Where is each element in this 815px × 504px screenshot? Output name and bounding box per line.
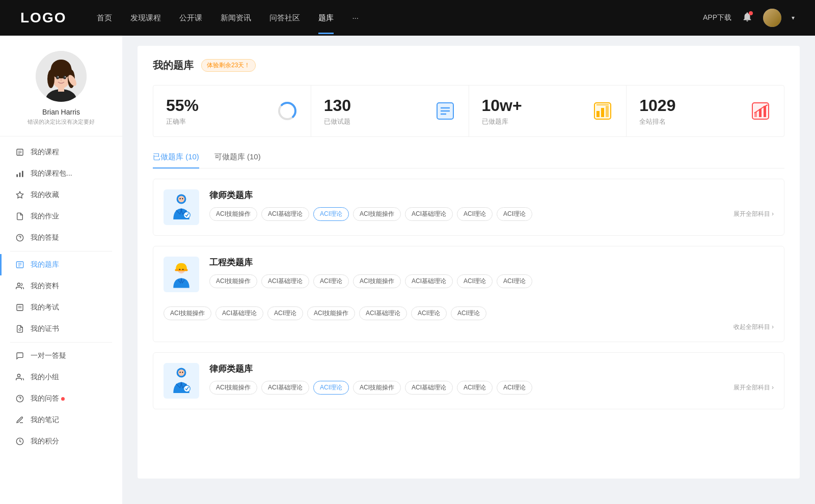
qbank-title-engineer: 工程类题库 — [209, 257, 774, 268]
stat-rank-label: 全站排名 — [639, 117, 742, 126]
sidebar-item-certificate[interactable]: 我的证书 — [0, 318, 122, 340]
tag[interactable]: ACI基础理论 — [261, 381, 309, 395]
svg-rect-19 — [19, 173, 21, 177]
tag[interactable]: ACI理论 — [457, 381, 493, 395]
nav-home[interactable]: 首页 — [97, 13, 112, 23]
tag[interactable]: ACI基础理论 — [405, 274, 453, 288]
tag[interactable]: ACI基础理论 — [359, 306, 407, 320]
svg-point-63 — [179, 269, 180, 270]
points-icon — [15, 437, 24, 446]
nav-news[interactable]: 新闻资讯 — [221, 13, 251, 23]
tag[interactable]: ACI理论 — [451, 306, 486, 320]
svg-rect-47 — [596, 111, 600, 117]
nav-more[interactable]: ··· — [352, 13, 359, 23]
tag[interactable]: ACI技能操作 — [307, 306, 355, 320]
tag[interactable]: ACI理论 — [497, 381, 532, 395]
tag[interactable]: ACI基础理论 — [405, 207, 453, 221]
sidebar-item-course-pack[interactable]: 我的课程包... — [0, 163, 122, 184]
svg-point-33 — [17, 374, 20, 377]
tab-available[interactable]: 可做题库 (10) — [214, 152, 261, 168]
nav-open-course[interactable]: 公开课 — [179, 13, 202, 23]
nav-qbank[interactable]: 题库 — [318, 13, 334, 23]
svg-point-59 — [182, 198, 183, 199]
qbank-header-lawyer: 律师类题库 ACI技能操作 ACI基础理论 ACI理论 ACI技能操作 ACI基… — [153, 179, 784, 235]
tag[interactable]: ACI理论 — [497, 274, 532, 288]
nav-courses[interactable]: 发现课程 — [130, 13, 161, 23]
sidebar-item-my-courses[interactable]: 我的课程 — [0, 142, 122, 163]
qbank-section-engineer: 工程类题库 ACI技能操作 ACI基础理论 ACI理论 ACI技能操作 ACI基… — [153, 246, 784, 342]
stats-row: 55% 正确率 130 已做试题 — [153, 85, 784, 137]
sidebar-item-notes[interactable]: 我的笔记 — [0, 409, 122, 431]
sidebar-item-points[interactable]: 我的积分 — [0, 431, 122, 452]
tag[interactable]: ACI基础理论 — [261, 207, 309, 221]
trial-badge: 体验剩余23天！ — [201, 59, 256, 72]
sidebar: Brian Harris 错误的决定比没有决定要好 我的课程 我的课程包... — [0, 36, 122, 504]
tag[interactable]: ACI理论 — [457, 207, 493, 221]
nav-menu: 首页 发现课程 公开课 新闻资讯 问答社区 题库 ··· — [97, 13, 703, 23]
sidebar-item-qbank[interactable]: 我的题库 — [0, 254, 122, 275]
expand-lawyer1[interactable]: 展开全部科目 › — [734, 210, 774, 218]
tag[interactable]: ACI理论 — [497, 207, 532, 221]
sidebar-item-my-qa[interactable]: 我的问答 — [0, 388, 122, 409]
tag[interactable]: ACI基础理论 — [215, 306, 263, 320]
qbank-engineer-icon-wrap — [164, 257, 199, 292]
sidebar-item-answers[interactable]: 我的答疑 — [0, 227, 122, 248]
tab-done[interactable]: 已做题库 (10) — [153, 152, 199, 168]
tag-active[interactable]: ACI理论 — [313, 207, 349, 221]
tags-row-engineer: ACI技能操作 ACI基础理论 ACI理论 ACI技能操作 ACI基础理论 AC… — [209, 274, 774, 288]
sidebar-item-groups[interactable]: 我的小组 — [0, 367, 122, 388]
notes-icon — [15, 415, 24, 425]
sidebar-item-profile[interactable]: 我的资料 — [0, 275, 122, 297]
certificate-icon — [15, 324, 24, 333]
svg-marker-21 — [16, 191, 23, 198]
tag[interactable]: ACI基础理论 — [405, 381, 453, 395]
sidebar-item-tutoring[interactable]: 一对一答疑 — [0, 345, 122, 367]
stat-rank-value: 1029 — [639, 96, 742, 115]
profile-icon — [15, 282, 24, 291]
svg-point-68 — [182, 372, 183, 373]
tag[interactable]: ACI理论 — [267, 306, 303, 320]
tag[interactable]: ACI理论 — [313, 274, 349, 288]
svg-point-8 — [56, 76, 59, 79]
qa-badge — [61, 397, 65, 401]
tag[interactable]: ACI技能操作 — [164, 306, 211, 320]
chat-icon — [15, 351, 24, 360]
questions-icon — [434, 100, 456, 122]
tag[interactable]: ACI技能操作 — [353, 207, 401, 221]
notification-bell[interactable] — [742, 11, 753, 24]
qbank-body-engineer: ACI技能操作 ACI基础理论 ACI理论 ACI技能操作 ACI基础理论 AC… — [153, 306, 784, 342]
tag[interactable]: ACI技能操作 — [209, 207, 257, 221]
tag[interactable]: ACI技能操作 — [209, 381, 257, 395]
tag-active[interactable]: ACI理论 — [313, 381, 349, 395]
app-download[interactable]: APP下载 — [703, 13, 731, 22]
collapse-engineer[interactable]: 收起全部科目 › — [734, 323, 774, 331]
content-wrapper: 我的题库 体验剩余23天！ 55% 正确率 — [138, 46, 800, 479]
tag[interactable]: ACI理论 — [457, 274, 493, 288]
tabs: 已做题库 (10) 可做题库 (10) — [153, 152, 784, 169]
avatar[interactable] — [763, 9, 781, 27]
stat-banks-label: 已做题库 — [482, 117, 585, 126]
qbank-header-lawyer2: 律师类题库 ACI技能操作 ACI基础理论 ACI理论 ACI技能操作 ACI基… — [153, 353, 784, 409]
tag[interactable]: ACI技能操作 — [209, 274, 257, 288]
svg-point-32 — [19, 328, 21, 330]
qbank-lawyer2-icon-wrap — [164, 363, 199, 399]
tag[interactable]: ACI基础理论 — [261, 274, 309, 288]
tag[interactable]: ACI理论 — [411, 306, 447, 320]
qbank-header-engineer: 工程类题库 ACI技能操作 ACI基础理论 ACI理论 ACI技能操作 ACI基… — [153, 246, 784, 302]
sidebar-item-favorites[interactable]: 我的收藏 — [0, 184, 122, 206]
tags-row-lawyer1: ACI技能操作 ACI基础理论 ACI理论 ACI技能操作 ACI基础理论 AC… — [209, 207, 774, 221]
help-circle-icon — [15, 233, 24, 242]
svg-rect-14 — [17, 149, 23, 155]
layout: Brian Harris 错误的决定比没有决定要好 我的课程 我的课程包... — [0, 36, 815, 504]
logo[interactable]: LOGO — [20, 10, 66, 26]
stat-questions-label: 已做试题 — [324, 117, 427, 126]
svg-rect-62 — [175, 269, 187, 271]
sidebar-item-exam[interactable]: 我的考试 — [0, 297, 122, 318]
sidebar-item-homework[interactable]: 我的作业 — [0, 206, 122, 227]
tag[interactable]: ACI技能操作 — [353, 381, 401, 395]
expand-lawyer2[interactable]: 展开全部科目 › — [734, 383, 774, 392]
nav-qa[interactable]: 问答社区 — [269, 13, 300, 23]
dropdown-arrow[interactable]: ▾ — [792, 14, 795, 21]
qbank-title-lawyer1: 律师类题库 — [209, 189, 774, 201]
tag[interactable]: ACI技能操作 — [353, 274, 401, 288]
